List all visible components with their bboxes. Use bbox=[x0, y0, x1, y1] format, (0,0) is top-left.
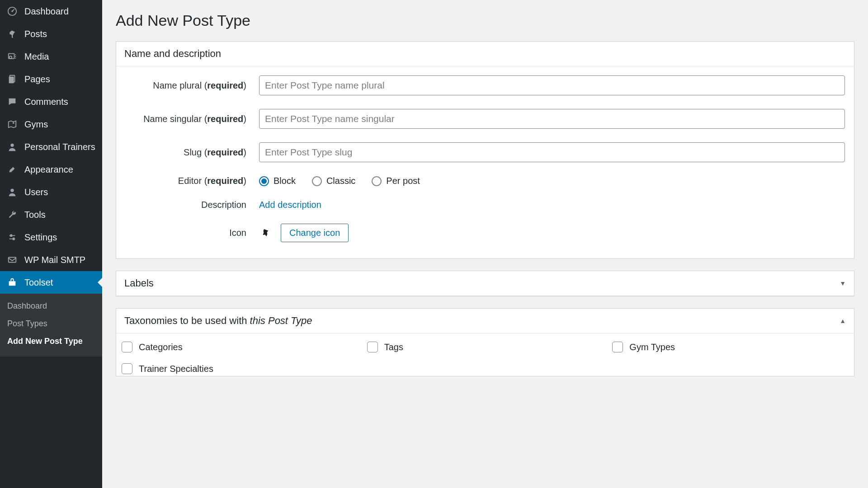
sidebar-item-personal-trainers[interactable]: Personal Trainers bbox=[0, 136, 102, 158]
dashboard-icon bbox=[6, 5, 18, 17]
pages-icon bbox=[6, 73, 18, 85]
radio-dot-icon bbox=[259, 176, 269, 186]
admin-sidebar: Dashboard Posts Media Pages Comments bbox=[0, 0, 102, 488]
sidebar-sub-dashboard[interactable]: Dashboard bbox=[0, 297, 102, 315]
sidebar-item-label: Pages bbox=[24, 74, 50, 84]
radio-editor-block[interactable]: Block bbox=[259, 176, 296, 186]
change-icon-button[interactable]: Change icon bbox=[281, 224, 349, 242]
sidebar-item-gyms[interactable]: Gyms bbox=[0, 113, 102, 136]
brush-icon bbox=[6, 164, 18, 175]
pin-icon bbox=[259, 227, 271, 239]
sidebar-item-label: Comments bbox=[24, 97, 68, 107]
radio-editor-per-post[interactable]: Per post bbox=[372, 176, 420, 186]
sidebar-item-label: Tools bbox=[24, 210, 46, 220]
user-icon bbox=[6, 141, 18, 153]
sidebar-item-label: Personal Trainers bbox=[24, 142, 95, 152]
sidebar-item-label: Gyms bbox=[24, 119, 48, 130]
sidebar-item-tools[interactable]: Tools bbox=[0, 203, 102, 226]
pin-icon bbox=[6, 28, 18, 40]
user-icon bbox=[6, 186, 18, 198]
toolset-icon bbox=[6, 277, 18, 288]
checkbox-icon bbox=[612, 342, 623, 352]
svg-rect-11 bbox=[9, 258, 16, 263]
chevron-down-icon: ▼ bbox=[840, 280, 846, 287]
checkbox-icon bbox=[122, 342, 132, 352]
checkbox-icon bbox=[122, 363, 132, 374]
svg-point-1 bbox=[11, 10, 13, 12]
svg-rect-12 bbox=[9, 281, 16, 286]
sliders-icon bbox=[6, 231, 18, 243]
label-name-singular: Name singular (required) bbox=[125, 114, 259, 124]
svg-rect-5 bbox=[9, 77, 14, 84]
panel-name-description: Name and description Name plural (requir… bbox=[116, 41, 854, 259]
chevron-up-icon: ▲ bbox=[840, 317, 846, 324]
map-icon bbox=[6, 118, 18, 130]
svg-point-6 bbox=[13, 122, 14, 124]
panel-header-taxonomies[interactable]: Taxonomies to be used with this Post Typ… bbox=[116, 309, 854, 333]
label-icon: Icon bbox=[125, 228, 259, 238]
svg-rect-10 bbox=[13, 238, 14, 240]
slug-input[interactable] bbox=[259, 142, 845, 162]
add-description-link[interactable]: Add description bbox=[259, 200, 321, 210]
sidebar-sub-post-types[interactable]: Post Types bbox=[0, 315, 102, 333]
sidebar-item-label: Posts bbox=[24, 29, 47, 39]
panel-title: Taxonomies to be used with this Post Typ… bbox=[124, 315, 312, 327]
panel-title: Labels bbox=[124, 277, 154, 289]
checkbox-label: Gym Types bbox=[629, 342, 675, 352]
comment-icon bbox=[6, 96, 18, 108]
editor-radio-group: Block Classic Per post bbox=[259, 176, 420, 186]
label-editor: Editor (required) bbox=[125, 176, 259, 186]
sidebar-item-dashboard[interactable]: Dashboard bbox=[0, 0, 102, 23]
label-slug: Slug (required) bbox=[125, 147, 259, 158]
panel-labels: Labels ▼ bbox=[116, 271, 854, 296]
main-content: Add New Post Type Name and description N… bbox=[102, 0, 868, 488]
name-plural-input[interactable] bbox=[259, 75, 845, 95]
checkbox-gym-types[interactable]: Gym Types bbox=[612, 342, 849, 352]
sidebar-item-comments[interactable]: Comments bbox=[0, 90, 102, 113]
radio-label: Block bbox=[274, 176, 296, 186]
name-singular-input[interactable] bbox=[259, 109, 845, 129]
sidebar-item-appearance[interactable]: Appearance bbox=[0, 158, 102, 181]
media-icon bbox=[6, 51, 18, 62]
panel-header-labels[interactable]: Labels ▼ bbox=[116, 271, 854, 296]
svg-point-8 bbox=[10, 189, 14, 192]
sidebar-item-media[interactable]: Media bbox=[0, 45, 102, 68]
radio-label: Per post bbox=[386, 176, 420, 186]
wrench-icon bbox=[6, 209, 18, 221]
sidebar-item-pages[interactable]: Pages bbox=[0, 68, 102, 90]
sidebar-item-users[interactable]: Users bbox=[0, 181, 102, 203]
sidebar-item-label: Settings bbox=[24, 232, 57, 243]
checkbox-categories[interactable]: Categories bbox=[122, 342, 358, 352]
sidebar-item-posts[interactable]: Posts bbox=[0, 23, 102, 45]
mail-icon bbox=[6, 254, 18, 266]
sidebar-item-label: Dashboard bbox=[24, 6, 69, 17]
radio-label: Classic bbox=[326, 176, 355, 186]
svg-point-7 bbox=[10, 144, 14, 147]
sidebar-item-settings[interactable]: Settings bbox=[0, 226, 102, 249]
label-name-plural: Name plural (required) bbox=[125, 80, 259, 91]
label-description: Description bbox=[125, 200, 259, 210]
checkbox-label: Trainer Specialties bbox=[139, 364, 213, 374]
svg-point-3 bbox=[9, 56, 12, 58]
panel-header-name-description: Name and description bbox=[116, 42, 854, 66]
page-title: Add New Post Type bbox=[116, 12, 854, 29]
sidebar-item-label: Appearance bbox=[24, 164, 73, 175]
checkbox-tags[interactable]: Tags bbox=[367, 342, 604, 352]
sidebar-submenu: Dashboard Post Types Add New Post Type bbox=[0, 294, 102, 357]
svg-rect-9 bbox=[10, 235, 12, 237]
sidebar-sub-add-new-post-type[interactable]: Add New Post Type bbox=[0, 333, 102, 350]
checkbox-trainer-specialties[interactable]: Trainer Specialties bbox=[122, 363, 358, 374]
radio-dot-icon bbox=[372, 176, 382, 186]
sidebar-item-label: Media bbox=[24, 52, 49, 62]
panel-taxonomies: Taxonomies to be used with this Post Typ… bbox=[116, 308, 854, 376]
sidebar-item-label: Users bbox=[24, 187, 48, 197]
sidebar-item-label: WP Mail SMTP bbox=[24, 255, 85, 265]
panel-title: Name and description bbox=[124, 48, 221, 60]
sidebar-item-label: Toolset bbox=[24, 277, 53, 288]
radio-editor-classic[interactable]: Classic bbox=[312, 176, 355, 186]
checkbox-label: Categories bbox=[139, 342, 183, 352]
sidebar-item-toolset[interactable]: Toolset bbox=[0, 271, 102, 294]
sidebar-item-wp-mail-smtp[interactable]: WP Mail SMTP bbox=[0, 249, 102, 271]
checkbox-label: Tags bbox=[384, 342, 403, 352]
checkbox-icon bbox=[367, 342, 378, 352]
